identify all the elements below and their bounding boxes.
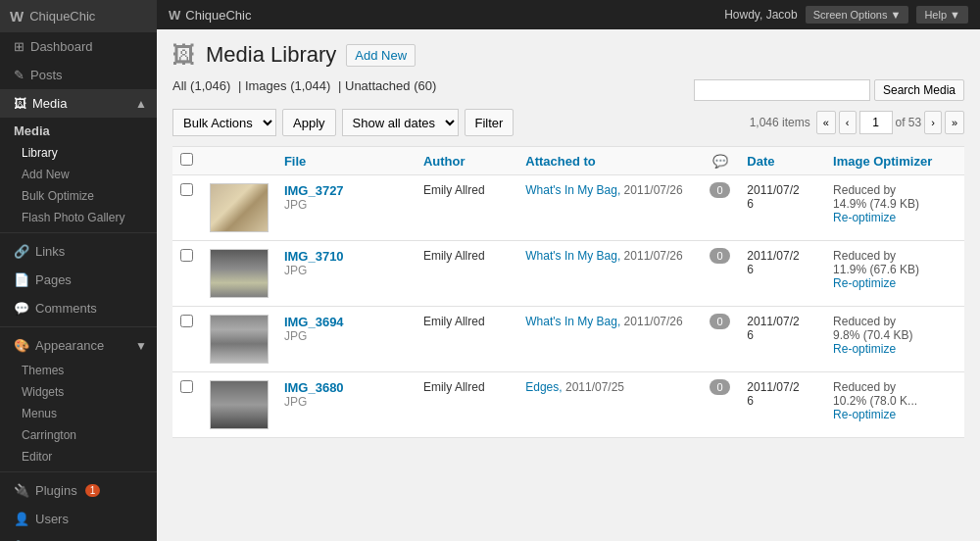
row-checkbox-3[interactable] [180, 380, 193, 393]
sidebar-item-users[interactable]: 👤 Users [0, 505, 157, 533]
page-input[interactable] [859, 111, 893, 134]
row-checkbox-1[interactable] [180, 249, 193, 262]
tab-all[interactable]: All (1,046) [172, 78, 234, 93]
th-comments: 💬 [701, 147, 740, 175]
row-thumbnail [210, 183, 269, 232]
row-attached-cell: What's In My Bag, 2011/07/26 [517, 241, 700, 307]
appearance-arrow: ▼ [135, 339, 147, 353]
row-checkbox-cell [172, 241, 202, 307]
sidebar-item-pages[interactable]: 📄 Pages [0, 266, 157, 294]
page-total: of 53 [896, 116, 922, 129]
site-name: ChiqueChic [29, 9, 95, 24]
sidebar-sub-menus[interactable]: Menus [0, 403, 157, 424]
tab-images-label: Images [245, 78, 287, 93]
sidebar-item-label: Plugins [35, 483, 77, 498]
media-section-label: Media [0, 118, 157, 142]
tab-images[interactable]: Images (1,044) [245, 78, 334, 93]
add-new-button[interactable]: Add New [346, 44, 416, 67]
posts-icon: ✎ [14, 68, 24, 82]
row-optimizer-cell: Reduced by11.9% (67.6 KB) Re-optimize [825, 241, 964, 307]
row-date: 2011/07/26 [747, 183, 799, 211]
sidebar-sub-addnew[interactable]: Add New [0, 164, 157, 185]
sidebar-sub-widgets[interactable]: Widgets [0, 381, 157, 403]
help-button[interactable]: Help ▼ [916, 6, 968, 24]
next-page-button[interactable]: › [924, 111, 942, 134]
row-attached-link[interactable]: What's In My Bag, [525, 315, 620, 328]
row-author-cell: Emily Allred [416, 241, 517, 307]
sidebar-sub-bulkoptimize[interactable]: Bulk Optimize [0, 185, 157, 207]
sidebar-item-appearance[interactable]: 🎨 Appearance ▼ [0, 331, 157, 360]
row-attached-date: 2011/07/26 [624, 315, 683, 328]
howdy-text: Howdy, Jacob [724, 8, 797, 22]
row-comment-cell: 0 [701, 175, 740, 241]
media-icon: 🖼 [14, 96, 26, 111]
site-title-topbar: ChiqueChic [185, 8, 251, 23]
wp-logo-icon: W [169, 8, 180, 23]
sidebar-item-label: Links [35, 244, 65, 259]
row-file-cell: IMG_3694 JPG [276, 307, 416, 372]
apply-button[interactable]: Apply [282, 109, 336, 136]
table-body: IMG_3727 JPG Emily Allred What's In My B… [172, 175, 964, 438]
row-date: 2011/07/26 [747, 249, 799, 276]
row-reoptimize-link[interactable]: Re-optimize [833, 276, 896, 290]
users-icon: 👤 [14, 512, 29, 526]
sidebar-sub-themes[interactable]: Themes [0, 360, 157, 381]
search-input[interactable] [694, 79, 870, 101]
first-page-button[interactable]: « [816, 111, 836, 134]
th-attached: Attached to [517, 147, 700, 175]
sidebar-item-links[interactable]: 🔗 Links [0, 237, 157, 266]
sidebar-item-plugins[interactable]: 🔌 Plugins 1 [0, 476, 157, 505]
th-thumb [202, 147, 276, 175]
row-filename[interactable]: IMG_3694 [284, 315, 344, 329]
row-thumbnail [210, 315, 269, 364]
sidebar-item-comments[interactable]: 💬 Comments [0, 294, 157, 322]
dates-select[interactable]: Show all dates [342, 109, 459, 136]
screen-options-button[interactable]: Screen Options ▼ [806, 6, 909, 24]
row-checkbox-0[interactable] [180, 183, 193, 196]
sidebar-item-tools[interactable]: 🔧 Tools [0, 533, 157, 541]
sidebar: W ChiqueChic ⊞ Dashboard ✎ Posts 🖼 Media… [0, 0, 157, 541]
sidebar-sub-carrington[interactable]: Carrington [0, 424, 157, 446]
search-media-button[interactable]: Search Media [874, 79, 964, 101]
th-date: Date [739, 147, 825, 175]
sidebar-item-media[interactable]: 🖼 Media ▲ [0, 89, 157, 118]
sidebar-sub-flashgallery[interactable]: Flash Photo Gallery [0, 207, 157, 228]
sidebar-sub-library[interactable]: Library [0, 142, 157, 164]
pagination: « ‹ of 53 › » [816, 111, 964, 134]
row-thumb-cell [202, 175, 276, 241]
media-arrow: ▲ [135, 97, 147, 111]
row-filetype: JPG [284, 198, 307, 212]
row-attached-link[interactable]: Edges, [525, 380, 562, 394]
bulk-actions-select[interactable]: Bulk Actions [172, 109, 276, 136]
tab-unattached-label: Unattached [345, 78, 411, 93]
sidebar-item-posts[interactable]: ✎ Posts [0, 61, 157, 89]
th-optimizer: Image Optimizer [825, 147, 964, 175]
row-thumbnail [210, 380, 269, 429]
row-filename[interactable]: IMG_3727 [284, 183, 344, 198]
tab-unattached[interactable]: Unattached (60) [345, 78, 436, 93]
select-all-checkbox[interactable] [180, 153, 193, 166]
table-row: IMG_3680 JPG Emily Allred Edges, 2011/07… [172, 372, 964, 438]
row-attached-link[interactable]: What's In My Bag, [525, 183, 620, 197]
sidebar-sub-editor[interactable]: Editor [0, 446, 157, 467]
row-reoptimize-link[interactable]: Re-optimize [833, 342, 896, 356]
filter-row: All (1,046) | Images (1,044) | Unattache… [172, 78, 964, 101]
row-filetype: JPG [284, 264, 307, 277]
row-optimizer-text: Reduced by11.9% (67.6 KB) [833, 249, 919, 276]
row-attached-date: 2011/07/25 [565, 380, 624, 394]
row-checkbox-cell [172, 307, 202, 372]
row-filename[interactable]: IMG_3680 [284, 380, 344, 395]
prev-page-button[interactable]: ‹ [839, 111, 857, 134]
row-date-cell: 2011/07/26 [739, 307, 825, 372]
page-header: 🖼 Media Library Add New [172, 41, 964, 69]
plugins-badge: 1 [85, 484, 101, 497]
row-reoptimize-link[interactable]: Re-optimize [833, 408, 896, 421]
row-reoptimize-link[interactable]: Re-optimize [833, 211, 896, 224]
row-attached-link[interactable]: What's In My Bag, [525, 249, 620, 263]
row-checkbox-2[interactable] [180, 315, 193, 327]
row-filename[interactable]: IMG_3710 [284, 249, 344, 264]
last-page-button[interactable]: » [945, 111, 964, 134]
filter-button[interactable]: Filter [465, 109, 514, 136]
row-file-cell: IMG_3680 JPG [276, 372, 416, 438]
sidebar-item-dashboard[interactable]: ⊞ Dashboard [0, 32, 157, 61]
